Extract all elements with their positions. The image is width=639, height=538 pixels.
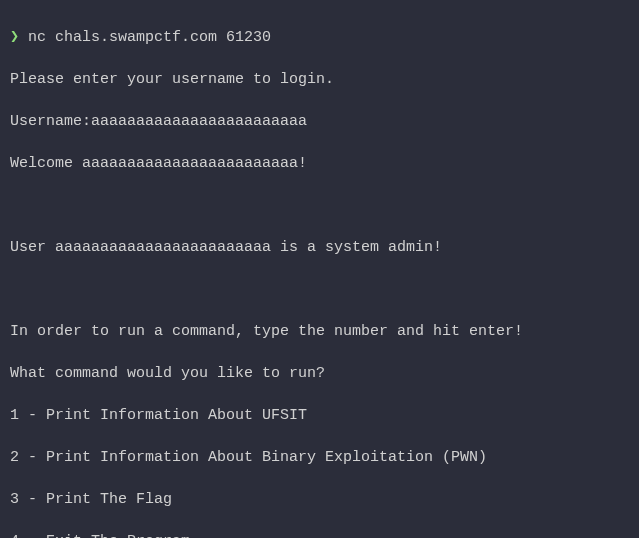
welcome-line: Welcome aaaaaaaaaaaaaaaaaaaaaaaa! [10,153,629,174]
prompt-symbol: ❯ [10,29,19,46]
admin-line: User aaaaaaaaaaaaaaaaaaaaaaaa is a syste… [10,237,629,258]
blank-line [10,195,629,216]
username-value: aaaaaaaaaaaaaaaaaaaaaaaa [91,113,307,130]
admin-prefix: User [10,239,55,256]
menu-prompt-line: What command would you like to run? [10,363,629,384]
login-prompt-line: Please enter your username to login. [10,69,629,90]
username-line: Username:aaaaaaaaaaaaaaaaaaaaaaaa [10,111,629,132]
welcome-prefix: Welcome [10,155,82,172]
menu-option: 4 - Exit The Program [10,531,629,538]
admin-user: aaaaaaaaaaaaaaaaaaaaaaaa [55,239,271,256]
admin-suffix: is a system admin! [271,239,442,256]
terminal-output: ❯ nc chals.swampctf.com 61230 Please ent… [10,6,629,538]
menu-option: 2 - Print Information About Binary Explo… [10,447,629,468]
menu-option: 3 - Print The Flag [10,489,629,510]
welcome-user: aaaaaaaaaaaaaaaaaaaaaaaa! [82,155,307,172]
menu-option: 1 - Print Information About UFSIT [10,405,629,426]
instruction-line: In order to run a command, type the numb… [10,321,629,342]
command-text: nc chals.swampctf.com 61230 [28,29,271,46]
command-line: ❯ nc chals.swampctf.com 61230 [10,27,629,48]
username-label: Username: [10,113,91,130]
blank-line [10,279,629,300]
